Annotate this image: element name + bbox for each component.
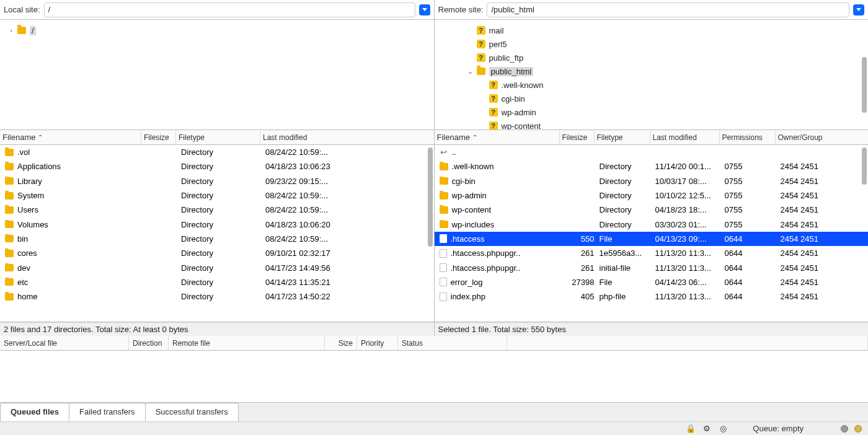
list-item[interactable]: etcDirectory04/14/23 11:35:21 xyxy=(0,275,434,289)
col-status[interactable]: Status xyxy=(398,336,507,350)
local-site-input[interactable] xyxy=(44,2,415,17)
remote-list-body[interactable]: ↩...well-knownDirectory11/14/20 00:1...0… xyxy=(435,145,869,322)
list-item[interactable]: index.php405php-file11/13/20 11:3...0644… xyxy=(435,289,869,304)
list-item[interactable]: UsersDirectory08/24/22 10:59:... xyxy=(0,203,434,217)
tree-item[interactable]: ?.well-known xyxy=(437,78,866,92)
remote-tree[interactable]: ?mail?perl5?public_ftp⌄public_html?.well… xyxy=(435,20,869,130)
local-list-header[interactable]: Filename⌃ Filesize Filetype Last modifie… xyxy=(0,130,434,145)
folder-icon xyxy=(5,221,14,228)
filetype: Directory xyxy=(179,205,263,214)
filetype: 1e5956a3... xyxy=(597,248,653,258)
col-filetype[interactable]: Filetype xyxy=(595,130,650,144)
list-item[interactable]: wp-includesDirectory03/30/23 01:...07552… xyxy=(435,217,869,231)
tree-item[interactable]: ?cgi-bin xyxy=(437,92,866,105)
col-filesize[interactable]: Filesize xyxy=(141,130,176,144)
list-item[interactable]: homeDirectory04/17/23 14:50:22 xyxy=(0,289,434,304)
scrollbar[interactable] xyxy=(862,57,867,113)
scrollbar[interactable] xyxy=(862,147,867,185)
tree-item[interactable]: ›/ xyxy=(2,24,432,37)
local-tree[interactable]: ›/ xyxy=(0,20,435,130)
tree-item[interactable]: ?mail xyxy=(437,24,866,37)
col-direction[interactable]: Direction xyxy=(129,336,169,350)
tree-item[interactable]: ?public_ftp xyxy=(437,51,866,64)
list-item[interactable]: LibraryDirectory09/23/22 09:15:... xyxy=(0,174,434,188)
col-owner[interactable]: Owner/Group xyxy=(776,130,869,144)
lastmod: 04/18/23 10:06:23 xyxy=(263,162,434,171)
col-filename[interactable]: Filename⌃ xyxy=(435,130,560,144)
local-list-body[interactable]: .volDirectory08/24/22 10:59:...Applicati… xyxy=(0,145,434,322)
remote-list-header[interactable]: Filename⌃ Filesize Filetype Last modifie… xyxy=(435,130,869,145)
file-icon xyxy=(440,263,447,272)
filetype: initial-file xyxy=(597,263,653,273)
list-item[interactable]: wp-adminDirectory10/10/22 12:5...0755245… xyxy=(435,188,869,203)
queue-body[interactable] xyxy=(0,351,868,402)
directory-trees: ›/ ?mail?perl5?public_ftp⌄public_html?.w… xyxy=(0,20,868,130)
lastmod: 04/17/23 14:50:22 xyxy=(263,292,434,301)
remote-site-dropdown-icon[interactable] xyxy=(853,4,864,15)
owner-group: 2454 2451 xyxy=(778,205,869,214)
tree-label: .well-known xyxy=(502,81,544,90)
list-item[interactable]: .htaccess.phpupgr..2611e5956a3...11/13/2… xyxy=(435,246,869,260)
col-size[interactable]: Size xyxy=(325,336,357,350)
list-item[interactable]: VolumesDirectory04/18/23 10:06:20 xyxy=(0,217,434,231)
scrollbar[interactable] xyxy=(428,147,433,247)
expander-icon[interactable]: › xyxy=(7,27,15,34)
col-filetype[interactable]: Filetype xyxy=(176,130,260,144)
lastmod: 08/24/22 10:59:... xyxy=(263,205,434,214)
lastmod: 11/13/20 11:3... xyxy=(653,263,722,273)
list-item[interactable]: ↩.. xyxy=(435,145,869,159)
filename: System xyxy=(17,191,44,200)
col-priority[interactable]: Priority xyxy=(357,336,398,350)
gear-icon[interactable]: ⚙ xyxy=(702,424,712,434)
list-item[interactable]: .well-knownDirectory11/14/20 00:1...0755… xyxy=(435,159,869,174)
col-lastmod[interactable]: Last modified xyxy=(260,130,434,144)
expander-icon[interactable]: ⌄ xyxy=(467,68,474,76)
list-item[interactable]: .htaccess550File04/13/23 09:...06442454 … xyxy=(435,232,869,246)
lastmod: 11/14/20 00:1... xyxy=(653,162,722,171)
lock-icon[interactable]: 🔒 xyxy=(686,424,696,434)
col-permissions[interactable]: Permissions xyxy=(720,130,776,144)
tab-queued-files[interactable]: Queued files xyxy=(0,403,69,421)
list-item[interactable]: coresDirectory09/10/21 02:32:17 xyxy=(0,246,434,260)
list-item[interactable]: wp-contentDirectory04/18/23 18:...075524… xyxy=(435,203,869,217)
list-item[interactable]: error_log27398File04/14/23 06:...0644245… xyxy=(435,275,869,289)
local-status: 2 files and 17 directories. Total size: … xyxy=(0,323,435,336)
permissions: 0755 xyxy=(722,177,778,186)
queue-status-label: Queue: empty xyxy=(753,424,804,433)
filetype: File xyxy=(597,234,653,244)
folder-icon xyxy=(5,177,14,185)
tab-successful-transfers[interactable]: Successful transfers xyxy=(145,403,239,421)
file-icon xyxy=(440,278,447,286)
tree-item[interactable]: ?wp-content xyxy=(437,119,866,130)
list-item[interactable]: binDirectory08/24/22 10:59:... xyxy=(0,232,434,246)
radar-icon[interactable]: ◎ xyxy=(718,424,728,434)
list-item[interactable]: .volDirectory08/24/22 10:59:... xyxy=(0,145,434,159)
tree-item[interactable]: ⌄public_html xyxy=(437,64,866,78)
filetype: Directory xyxy=(179,278,263,287)
local-site-dropdown-icon[interactable] xyxy=(419,4,430,15)
col-filesize[interactable]: Filesize xyxy=(560,130,595,144)
col-filename[interactable]: Filename⌃ xyxy=(0,130,141,144)
tree-item[interactable]: ?perl5 xyxy=(437,37,866,51)
list-item[interactable]: SystemDirectory08/24/22 10:59:... xyxy=(0,188,434,203)
local-file-list: Filename⌃ Filesize Filetype Last modifie… xyxy=(0,130,435,322)
permissions: 0755 xyxy=(722,191,778,200)
list-item[interactable]: .htaccess.phpupgr..261initial-file11/13/… xyxy=(435,260,869,275)
permissions: 0644 xyxy=(722,248,778,258)
col-server-file[interactable]: Server/Local file xyxy=(0,336,129,350)
col-lastmod[interactable]: Last modified xyxy=(650,130,720,144)
tree-item[interactable]: ?wp-admin xyxy=(437,105,866,119)
queue-header[interactable]: Server/Local file Direction Remote file … xyxy=(0,336,868,351)
lastmod: 09/23/22 09:15:... xyxy=(263,177,434,186)
tab-failed-transfers[interactable]: Failed transfers xyxy=(69,403,146,421)
list-item[interactable]: devDirectory04/17/23 14:49:56 xyxy=(0,260,434,275)
col-remote-file[interactable]: Remote file xyxy=(169,336,325,350)
filename: error_log xyxy=(451,278,483,287)
list-item[interactable]: cgi-binDirectory10/03/17 08:...07552454 … xyxy=(435,174,869,188)
list-item[interactable]: ApplicationsDirectory04/18/23 10:06:23 xyxy=(0,159,434,174)
permissions: 0755 xyxy=(722,220,778,229)
remote-site-input[interactable] xyxy=(487,2,849,17)
status-dot-yellow xyxy=(854,425,862,433)
folder-icon xyxy=(5,149,14,156)
lastmod: 04/17/23 14:49:56 xyxy=(263,263,434,273)
